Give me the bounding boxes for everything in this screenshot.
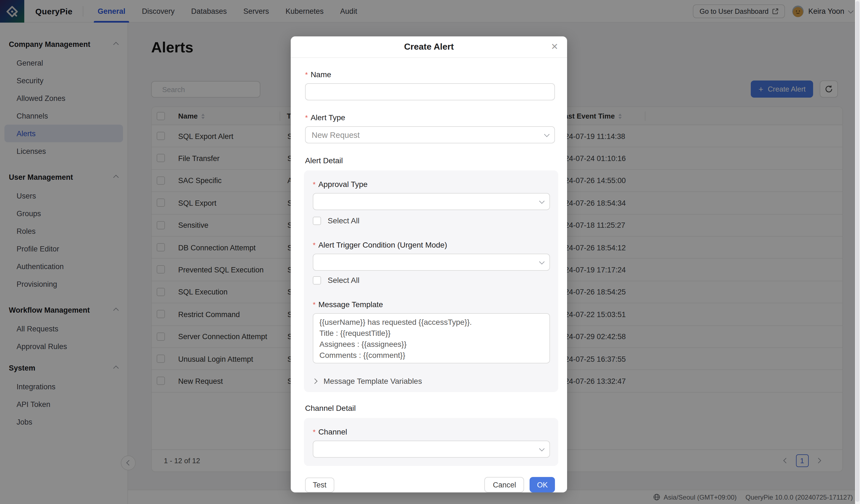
trigger-condition-field-label: * Alert Trigger Condition (Urgent Mode) bbox=[313, 239, 550, 251]
alert-type-value: New Request bbox=[312, 130, 360, 139]
required-asterisk: * bbox=[313, 427, 316, 438]
approval-type-select[interactable] bbox=[313, 193, 550, 210]
alert-name-input[interactable] bbox=[305, 83, 555, 100]
ok-button[interactable]: OK bbox=[530, 477, 555, 492]
select-all-checkbox[interactable] bbox=[313, 216, 321, 225]
select-all-checkbox[interactable] bbox=[313, 276, 321, 284]
select-all-label: Select All bbox=[328, 216, 359, 225]
required-asterisk: * bbox=[305, 113, 308, 124]
message-template-textarea[interactable]: {{userName}} has requested {{accessType}… bbox=[313, 313, 550, 363]
close-icon[interactable]: ✕ bbox=[550, 41, 559, 53]
chevron-down-icon bbox=[539, 198, 544, 203]
chevron-right-icon bbox=[312, 378, 317, 384]
message-template-variables-toggle[interactable]: Message Template Variables bbox=[313, 377, 550, 386]
modal-title: Create Alert bbox=[404, 42, 454, 52]
trigger-select-all-row: Select All bbox=[313, 276, 550, 285]
required-asterisk: * bbox=[305, 70, 308, 81]
alert-detail-panel: * Approval Type Select All * Alert Trigg… bbox=[304, 170, 558, 392]
alert-type-field-label: * Alert Type bbox=[305, 112, 555, 124]
chevron-down-icon bbox=[539, 446, 544, 451]
modal-footer: Test Cancel OK bbox=[291, 477, 567, 492]
name-field-label: * Name bbox=[305, 69, 555, 81]
page-scrollbar[interactable] bbox=[855, 0, 860, 504]
channel-detail-section-title: Channel Detail bbox=[305, 403, 555, 414]
required-asterisk: * bbox=[313, 299, 316, 311]
test-button[interactable]: Test bbox=[305, 477, 334, 492]
create-alert-modal: Create Alert ✕ * Name * Alert Type New R… bbox=[291, 37, 567, 492]
message-template-field-label: * Message Template bbox=[313, 299, 550, 311]
chevron-down-icon bbox=[544, 131, 549, 136]
approval-type-field-label: * Approval Type bbox=[313, 179, 550, 190]
channel-field-label: * Channel bbox=[313, 426, 550, 438]
alert-detail-section-title: Alert Detail bbox=[305, 155, 555, 166]
approval-select-all-row: Select All bbox=[313, 216, 550, 225]
modal-body: * Name * Alert Type New Request Alert De… bbox=[291, 58, 567, 467]
modal-header: Create Alert ✕ bbox=[291, 37, 567, 58]
select-all-label: Select All bbox=[328, 276, 359, 285]
required-asterisk: * bbox=[313, 179, 316, 190]
channel-select[interactable] bbox=[313, 441, 550, 458]
scrollbar-thumb[interactable] bbox=[856, 1, 859, 502]
cancel-button[interactable]: Cancel bbox=[485, 477, 524, 492]
alert-type-select[interactable]: New Request bbox=[305, 126, 555, 143]
app-window: QueryPie GeneralDiscoveryDatabasesServer… bbox=[0, 0, 860, 504]
trigger-condition-select[interactable] bbox=[313, 254, 550, 271]
required-asterisk: * bbox=[313, 240, 316, 251]
chevron-down-icon bbox=[539, 259, 544, 264]
channel-detail-panel: * Channel bbox=[304, 418, 558, 466]
